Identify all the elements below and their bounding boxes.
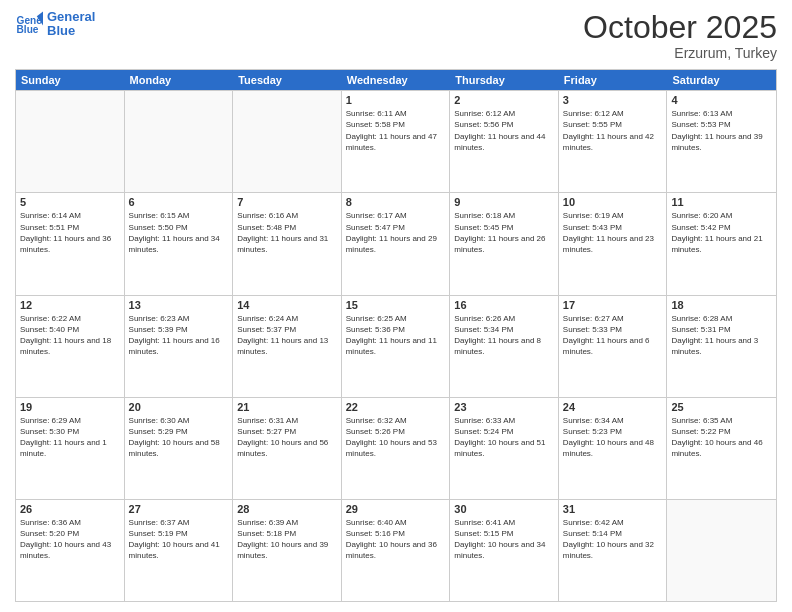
day-header: Saturday bbox=[667, 70, 776, 90]
logo: General Blue General Blue bbox=[15, 10, 95, 39]
cell-info: Sunrise: 6:32 AMSunset: 5:26 PMDaylight:… bbox=[346, 415, 446, 460]
cell-info: Sunrise: 6:23 AMSunset: 5:39 PMDaylight:… bbox=[129, 313, 229, 358]
calendar-cell bbox=[16, 91, 125, 192]
day-header: Thursday bbox=[450, 70, 559, 90]
cell-info: Sunrise: 6:19 AMSunset: 5:43 PMDaylight:… bbox=[563, 210, 663, 255]
cell-info: Sunrise: 6:29 AMSunset: 5:30 PMDaylight:… bbox=[20, 415, 120, 460]
calendar-cell bbox=[233, 91, 342, 192]
day-header: Friday bbox=[559, 70, 668, 90]
cell-info: Sunrise: 6:41 AMSunset: 5:15 PMDaylight:… bbox=[454, 517, 554, 562]
calendar-cell bbox=[125, 91, 234, 192]
calendar-cell: 19Sunrise: 6:29 AMSunset: 5:30 PMDayligh… bbox=[16, 398, 125, 499]
calendar-cell: 30Sunrise: 6:41 AMSunset: 5:15 PMDayligh… bbox=[450, 500, 559, 601]
day-header: Wednesday bbox=[342, 70, 451, 90]
day-header: Tuesday bbox=[233, 70, 342, 90]
cell-info: Sunrise: 6:35 AMSunset: 5:22 PMDaylight:… bbox=[671, 415, 772, 460]
calendar-cell: 26Sunrise: 6:36 AMSunset: 5:20 PMDayligh… bbox=[16, 500, 125, 601]
logo-line2: Blue bbox=[47, 24, 95, 38]
calendar-cell: 13Sunrise: 6:23 AMSunset: 5:39 PMDayligh… bbox=[125, 296, 234, 397]
logo-icon: General Blue bbox=[15, 10, 43, 38]
calendar-cell: 9Sunrise: 6:18 AMSunset: 5:45 PMDaylight… bbox=[450, 193, 559, 294]
cell-info: Sunrise: 6:40 AMSunset: 5:16 PMDaylight:… bbox=[346, 517, 446, 562]
calendar-cell: 27Sunrise: 6:37 AMSunset: 5:19 PMDayligh… bbox=[125, 500, 234, 601]
calendar-cell: 16Sunrise: 6:26 AMSunset: 5:34 PMDayligh… bbox=[450, 296, 559, 397]
cell-info: Sunrise: 6:28 AMSunset: 5:31 PMDaylight:… bbox=[671, 313, 772, 358]
day-header: Monday bbox=[125, 70, 234, 90]
calendar-cell: 2Sunrise: 6:12 AMSunset: 5:56 PMDaylight… bbox=[450, 91, 559, 192]
month-title: October 2025 bbox=[583, 10, 777, 45]
cell-info: Sunrise: 6:13 AMSunset: 5:53 PMDaylight:… bbox=[671, 108, 772, 153]
calendar-cell: 29Sunrise: 6:40 AMSunset: 5:16 PMDayligh… bbox=[342, 500, 451, 601]
cell-info: Sunrise: 6:15 AMSunset: 5:50 PMDaylight:… bbox=[129, 210, 229, 255]
cell-info: Sunrise: 6:20 AMSunset: 5:42 PMDaylight:… bbox=[671, 210, 772, 255]
calendar-cell: 12Sunrise: 6:22 AMSunset: 5:40 PMDayligh… bbox=[16, 296, 125, 397]
calendar-week: 19Sunrise: 6:29 AMSunset: 5:30 PMDayligh… bbox=[16, 397, 776, 499]
page: General Blue General Blue October 2025 E… bbox=[0, 0, 792, 612]
cell-info: Sunrise: 6:26 AMSunset: 5:34 PMDaylight:… bbox=[454, 313, 554, 358]
calendar-cell: 18Sunrise: 6:28 AMSunset: 5:31 PMDayligh… bbox=[667, 296, 776, 397]
cell-info: Sunrise: 6:33 AMSunset: 5:24 PMDaylight:… bbox=[454, 415, 554, 460]
cell-day-number: 8 bbox=[346, 196, 446, 208]
cell-day-number: 24 bbox=[563, 401, 663, 413]
cell-info: Sunrise: 6:27 AMSunset: 5:33 PMDaylight:… bbox=[563, 313, 663, 358]
cell-info: Sunrise: 6:16 AMSunset: 5:48 PMDaylight:… bbox=[237, 210, 337, 255]
cell-info: Sunrise: 6:34 AMSunset: 5:23 PMDaylight:… bbox=[563, 415, 663, 460]
cell-day-number: 10 bbox=[563, 196, 663, 208]
calendar-week: 1Sunrise: 6:11 AMSunset: 5:58 PMDaylight… bbox=[16, 90, 776, 192]
calendar-cell: 1Sunrise: 6:11 AMSunset: 5:58 PMDaylight… bbox=[342, 91, 451, 192]
cell-day-number: 22 bbox=[346, 401, 446, 413]
calendar-week: 12Sunrise: 6:22 AMSunset: 5:40 PMDayligh… bbox=[16, 295, 776, 397]
cell-day-number: 27 bbox=[129, 503, 229, 515]
calendar-cell: 24Sunrise: 6:34 AMSunset: 5:23 PMDayligh… bbox=[559, 398, 668, 499]
cell-info: Sunrise: 6:18 AMSunset: 5:45 PMDaylight:… bbox=[454, 210, 554, 255]
cell-day-number: 18 bbox=[671, 299, 772, 311]
calendar-cell: 20Sunrise: 6:30 AMSunset: 5:29 PMDayligh… bbox=[125, 398, 234, 499]
cell-day-number: 19 bbox=[20, 401, 120, 413]
calendar-cell: 4Sunrise: 6:13 AMSunset: 5:53 PMDaylight… bbox=[667, 91, 776, 192]
calendar-cell: 14Sunrise: 6:24 AMSunset: 5:37 PMDayligh… bbox=[233, 296, 342, 397]
cell-info: Sunrise: 6:42 AMSunset: 5:14 PMDaylight:… bbox=[563, 517, 663, 562]
cell-day-number: 20 bbox=[129, 401, 229, 413]
title-block: October 2025 Erzurum, Turkey bbox=[583, 10, 777, 61]
calendar-week: 5Sunrise: 6:14 AMSunset: 5:51 PMDaylight… bbox=[16, 192, 776, 294]
cell-info: Sunrise: 6:31 AMSunset: 5:27 PMDaylight:… bbox=[237, 415, 337, 460]
calendar-cell: 8Sunrise: 6:17 AMSunset: 5:47 PMDaylight… bbox=[342, 193, 451, 294]
cell-info: Sunrise: 6:22 AMSunset: 5:40 PMDaylight:… bbox=[20, 313, 120, 358]
cell-day-number: 30 bbox=[454, 503, 554, 515]
calendar-cell: 22Sunrise: 6:32 AMSunset: 5:26 PMDayligh… bbox=[342, 398, 451, 499]
header: General Blue General Blue October 2025 E… bbox=[15, 10, 777, 61]
calendar-cell: 6Sunrise: 6:15 AMSunset: 5:50 PMDaylight… bbox=[125, 193, 234, 294]
cell-day-number: 29 bbox=[346, 503, 446, 515]
cell-day-number: 15 bbox=[346, 299, 446, 311]
cell-day-number: 17 bbox=[563, 299, 663, 311]
calendar-cell bbox=[667, 500, 776, 601]
day-headers: SundayMondayTuesdayWednesdayThursdayFrid… bbox=[16, 70, 776, 90]
calendar-grid: 1Sunrise: 6:11 AMSunset: 5:58 PMDaylight… bbox=[16, 90, 776, 601]
cell-info: Sunrise: 6:11 AMSunset: 5:58 PMDaylight:… bbox=[346, 108, 446, 153]
location-title: Erzurum, Turkey bbox=[583, 45, 777, 61]
calendar-cell: 31Sunrise: 6:42 AMSunset: 5:14 PMDayligh… bbox=[559, 500, 668, 601]
cell-day-number: 9 bbox=[454, 196, 554, 208]
day-header: Sunday bbox=[16, 70, 125, 90]
svg-text:Blue: Blue bbox=[17, 25, 39, 36]
cell-day-number: 25 bbox=[671, 401, 772, 413]
calendar-cell: 15Sunrise: 6:25 AMSunset: 5:36 PMDayligh… bbox=[342, 296, 451, 397]
calendar-cell: 7Sunrise: 6:16 AMSunset: 5:48 PMDaylight… bbox=[233, 193, 342, 294]
calendar-cell: 10Sunrise: 6:19 AMSunset: 5:43 PMDayligh… bbox=[559, 193, 668, 294]
calendar-cell: 21Sunrise: 6:31 AMSunset: 5:27 PMDayligh… bbox=[233, 398, 342, 499]
cell-day-number: 3 bbox=[563, 94, 663, 106]
cell-day-number: 6 bbox=[129, 196, 229, 208]
cell-day-number: 16 bbox=[454, 299, 554, 311]
cell-info: Sunrise: 6:25 AMSunset: 5:36 PMDaylight:… bbox=[346, 313, 446, 358]
cell-day-number: 31 bbox=[563, 503, 663, 515]
cell-info: Sunrise: 6:17 AMSunset: 5:47 PMDaylight:… bbox=[346, 210, 446, 255]
cell-info: Sunrise: 6:39 AMSunset: 5:18 PMDaylight:… bbox=[237, 517, 337, 562]
cell-info: Sunrise: 6:12 AMSunset: 5:55 PMDaylight:… bbox=[563, 108, 663, 153]
cell-day-number: 7 bbox=[237, 196, 337, 208]
calendar-cell: 25Sunrise: 6:35 AMSunset: 5:22 PMDayligh… bbox=[667, 398, 776, 499]
cell-day-number: 1 bbox=[346, 94, 446, 106]
calendar-cell: 28Sunrise: 6:39 AMSunset: 5:18 PMDayligh… bbox=[233, 500, 342, 601]
calendar-cell: 11Sunrise: 6:20 AMSunset: 5:42 PMDayligh… bbox=[667, 193, 776, 294]
calendar-week: 26Sunrise: 6:36 AMSunset: 5:20 PMDayligh… bbox=[16, 499, 776, 601]
cell-info: Sunrise: 6:30 AMSunset: 5:29 PMDaylight:… bbox=[129, 415, 229, 460]
